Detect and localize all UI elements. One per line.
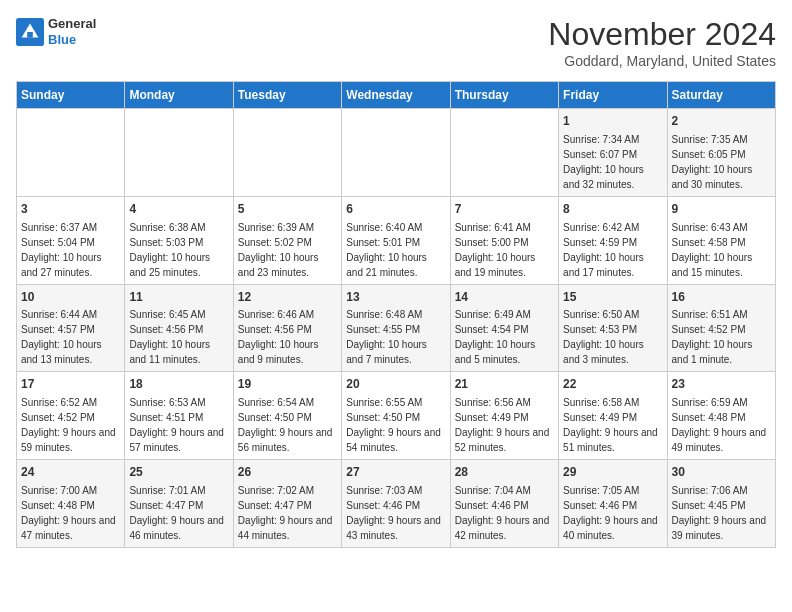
day-number: 7 — [455, 201, 554, 218]
calendar-cell: 30Sunrise: 7:06 AM Sunset: 4:45 PM Dayli… — [667, 460, 775, 548]
calendar-cell: 4Sunrise: 6:38 AM Sunset: 5:03 PM Daylig… — [125, 196, 233, 284]
day-info: Sunrise: 6:44 AM Sunset: 4:57 PM Dayligh… — [21, 309, 102, 365]
logo-icon — [16, 18, 44, 46]
calendar-cell: 23Sunrise: 6:59 AM Sunset: 4:48 PM Dayli… — [667, 372, 775, 460]
day-info: Sunrise: 7:01 AM Sunset: 4:47 PM Dayligh… — [129, 485, 224, 541]
day-info: Sunrise: 6:54 AM Sunset: 4:50 PM Dayligh… — [238, 397, 333, 453]
day-number: 22 — [563, 376, 662, 393]
calendar-cell — [125, 109, 233, 197]
day-info: Sunrise: 7:04 AM Sunset: 4:46 PM Dayligh… — [455, 485, 550, 541]
day-number: 26 — [238, 464, 337, 481]
day-header-thursday: Thursday — [450, 82, 558, 109]
calendar-cell: 21Sunrise: 6:56 AM Sunset: 4:49 PM Dayli… — [450, 372, 558, 460]
day-number: 18 — [129, 376, 228, 393]
calendar-cell: 7Sunrise: 6:41 AM Sunset: 5:00 PM Daylig… — [450, 196, 558, 284]
page-header: General Blue November 2024 Goddard, Mary… — [16, 16, 776, 69]
calendar-cell: 12Sunrise: 6:46 AM Sunset: 4:56 PM Dayli… — [233, 284, 341, 372]
day-number: 30 — [672, 464, 771, 481]
calendar-cell: 16Sunrise: 6:51 AM Sunset: 4:52 PM Dayli… — [667, 284, 775, 372]
day-info: Sunrise: 6:51 AM Sunset: 4:52 PM Dayligh… — [672, 309, 753, 365]
day-info: Sunrise: 6:49 AM Sunset: 4:54 PM Dayligh… — [455, 309, 536, 365]
calendar-cell — [233, 109, 341, 197]
day-info: Sunrise: 6:39 AM Sunset: 5:02 PM Dayligh… — [238, 222, 319, 278]
day-info: Sunrise: 6:50 AM Sunset: 4:53 PM Dayligh… — [563, 309, 644, 365]
days-of-week-row: SundayMondayTuesdayWednesdayThursdayFrid… — [17, 82, 776, 109]
calendar-cell — [17, 109, 125, 197]
day-info: Sunrise: 6:56 AM Sunset: 4:49 PM Dayligh… — [455, 397, 550, 453]
day-number: 16 — [672, 289, 771, 306]
day-number: 15 — [563, 289, 662, 306]
svg-rect-2 — [27, 32, 33, 38]
day-info: Sunrise: 6:46 AM Sunset: 4:56 PM Dayligh… — [238, 309, 319, 365]
day-number: 9 — [672, 201, 771, 218]
day-info: Sunrise: 6:58 AM Sunset: 4:49 PM Dayligh… — [563, 397, 658, 453]
day-info: Sunrise: 7:03 AM Sunset: 4:46 PM Dayligh… — [346, 485, 441, 541]
day-info: Sunrise: 6:53 AM Sunset: 4:51 PM Dayligh… — [129, 397, 224, 453]
day-number: 10 — [21, 289, 120, 306]
calendar-body: 1Sunrise: 7:34 AM Sunset: 6:07 PM Daylig… — [17, 109, 776, 548]
calendar-cell: 17Sunrise: 6:52 AM Sunset: 4:52 PM Dayli… — [17, 372, 125, 460]
day-number: 20 — [346, 376, 445, 393]
day-number: 23 — [672, 376, 771, 393]
calendar-cell: 1Sunrise: 7:34 AM Sunset: 6:07 PM Daylig… — [559, 109, 667, 197]
day-number: 17 — [21, 376, 120, 393]
calendar-cell — [450, 109, 558, 197]
day-header-wednesday: Wednesday — [342, 82, 450, 109]
day-number: 27 — [346, 464, 445, 481]
calendar-cell: 22Sunrise: 6:58 AM Sunset: 4:49 PM Dayli… — [559, 372, 667, 460]
calendar-cell — [342, 109, 450, 197]
day-info: Sunrise: 6:38 AM Sunset: 5:03 PM Dayligh… — [129, 222, 210, 278]
day-info: Sunrise: 6:59 AM Sunset: 4:48 PM Dayligh… — [672, 397, 767, 453]
day-info: Sunrise: 7:00 AM Sunset: 4:48 PM Dayligh… — [21, 485, 116, 541]
day-number: 6 — [346, 201, 445, 218]
day-number: 29 — [563, 464, 662, 481]
week-row-4: 24Sunrise: 7:00 AM Sunset: 4:48 PM Dayli… — [17, 460, 776, 548]
day-info: Sunrise: 6:41 AM Sunset: 5:00 PM Dayligh… — [455, 222, 536, 278]
calendar-cell: 9Sunrise: 6:43 AM Sunset: 4:58 PM Daylig… — [667, 196, 775, 284]
calendar-cell: 28Sunrise: 7:04 AM Sunset: 4:46 PM Dayli… — [450, 460, 558, 548]
day-number: 21 — [455, 376, 554, 393]
day-info: Sunrise: 6:55 AM Sunset: 4:50 PM Dayligh… — [346, 397, 441, 453]
day-number: 3 — [21, 201, 120, 218]
day-number: 4 — [129, 201, 228, 218]
calendar-cell: 27Sunrise: 7:03 AM Sunset: 4:46 PM Dayli… — [342, 460, 450, 548]
calendar-cell: 20Sunrise: 6:55 AM Sunset: 4:50 PM Dayli… — [342, 372, 450, 460]
day-number: 5 — [238, 201, 337, 218]
calendar-cell: 3Sunrise: 6:37 AM Sunset: 5:04 PM Daylig… — [17, 196, 125, 284]
day-info: Sunrise: 6:48 AM Sunset: 4:55 PM Dayligh… — [346, 309, 427, 365]
calendar-cell: 11Sunrise: 6:45 AM Sunset: 4:56 PM Dayli… — [125, 284, 233, 372]
day-header-tuesday: Tuesday — [233, 82, 341, 109]
week-row-2: 10Sunrise: 6:44 AM Sunset: 4:57 PM Dayli… — [17, 284, 776, 372]
day-number: 2 — [672, 113, 771, 130]
day-info: Sunrise: 7:02 AM Sunset: 4:47 PM Dayligh… — [238, 485, 333, 541]
day-number: 24 — [21, 464, 120, 481]
day-number: 25 — [129, 464, 228, 481]
logo: General Blue — [16, 16, 96, 47]
day-number: 14 — [455, 289, 554, 306]
calendar-cell: 5Sunrise: 6:39 AM Sunset: 5:02 PM Daylig… — [233, 196, 341, 284]
calendar-cell: 29Sunrise: 7:05 AM Sunset: 4:46 PM Dayli… — [559, 460, 667, 548]
calendar-cell: 26Sunrise: 7:02 AM Sunset: 4:47 PM Dayli… — [233, 460, 341, 548]
logo-text: General Blue — [48, 16, 96, 47]
month-title: November 2024 — [548, 16, 776, 53]
day-number: 13 — [346, 289, 445, 306]
calendar-cell: 25Sunrise: 7:01 AM Sunset: 4:47 PM Dayli… — [125, 460, 233, 548]
day-info: Sunrise: 6:37 AM Sunset: 5:04 PM Dayligh… — [21, 222, 102, 278]
calendar-header: SundayMondayTuesdayWednesdayThursdayFrid… — [17, 82, 776, 109]
day-number: 11 — [129, 289, 228, 306]
week-row-3: 17Sunrise: 6:52 AM Sunset: 4:52 PM Dayli… — [17, 372, 776, 460]
calendar-cell: 18Sunrise: 6:53 AM Sunset: 4:51 PM Dayli… — [125, 372, 233, 460]
calendar-cell: 2Sunrise: 7:35 AM Sunset: 6:05 PM Daylig… — [667, 109, 775, 197]
calendar-cell: 15Sunrise: 6:50 AM Sunset: 4:53 PM Dayli… — [559, 284, 667, 372]
calendar-cell: 13Sunrise: 6:48 AM Sunset: 4:55 PM Dayli… — [342, 284, 450, 372]
day-info: Sunrise: 6:52 AM Sunset: 4:52 PM Dayligh… — [21, 397, 116, 453]
calendar-cell: 24Sunrise: 7:00 AM Sunset: 4:48 PM Dayli… — [17, 460, 125, 548]
day-info: Sunrise: 7:05 AM Sunset: 4:46 PM Dayligh… — [563, 485, 658, 541]
week-row-0: 1Sunrise: 7:34 AM Sunset: 6:07 PM Daylig… — [17, 109, 776, 197]
day-number: 28 — [455, 464, 554, 481]
title-block: November 2024 Goddard, Maryland, United … — [548, 16, 776, 69]
day-info: Sunrise: 7:34 AM Sunset: 6:07 PM Dayligh… — [563, 134, 644, 190]
calendar-cell: 6Sunrise: 6:40 AM Sunset: 5:01 PM Daylig… — [342, 196, 450, 284]
calendar: SundayMondayTuesdayWednesdayThursdayFrid… — [16, 81, 776, 548]
day-info: Sunrise: 6:42 AM Sunset: 4:59 PM Dayligh… — [563, 222, 644, 278]
